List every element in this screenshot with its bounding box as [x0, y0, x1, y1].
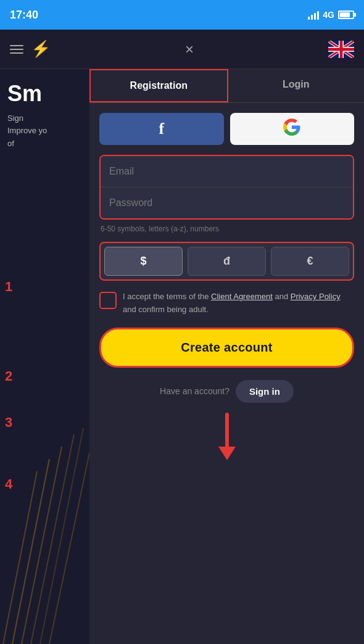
arrow-shaft [225, 413, 229, 447]
currency-section: $ đ € [99, 242, 354, 281]
terms-text: I accept the terms of the Client Agreeme… [123, 291, 354, 316]
right-panel: Registration Login f [89, 69, 364, 644]
signin-section: Have an account? Sign in [99, 380, 354, 403]
svg-line-1 [12, 459, 49, 644]
bolt-icon: ⚡ [31, 39, 51, 59]
main-content: Sm Sign Improve yo of 1 2 3 4 Registrat [0, 69, 364, 644]
password-hint: 6-50 symbols, letters (a-z), numbers [99, 225, 354, 233]
create-account-button[interactable]: Create account [99, 328, 354, 368]
terms-checkbox[interactable] [99, 292, 117, 309]
left-panel-subtitle: Sign Improve yo of [7, 112, 82, 151]
client-agreement-link[interactable]: Client Agreement [211, 292, 273, 301]
close-icon[interactable]: × [185, 42, 194, 57]
facebook-icon: f [159, 120, 164, 138]
arrow-head-icon [218, 447, 236, 460]
step-2-label: 2 [5, 368, 12, 384]
facebook-button[interactable]: f [99, 113, 224, 145]
decorative-lines [0, 397, 89, 644]
status-bar: 17:40 4G [0, 0, 364, 30]
left-panel: Sm Sign Improve yo of 1 2 3 4 [0, 69, 89, 644]
google-button[interactable] [230, 113, 355, 145]
currency-usd-button[interactable]: $ [104, 247, 183, 276]
app-header: ⚡ × [0, 30, 364, 69]
have-account-text: Have an account? [160, 386, 230, 396]
currency-buttons-group: $ đ € [99, 242, 354, 281]
password-field[interactable] [101, 188, 353, 218]
signal-bars-icon [308, 10, 319, 20]
email-field[interactable] [101, 156, 353, 188]
social-buttons: f [99, 113, 354, 145]
svg-line-5 [3, 471, 37, 644]
credentials-input-group [99, 155, 354, 220]
privacy-policy-link[interactable]: Privacy Policy [291, 292, 341, 301]
tab-login[interactable]: Login [228, 69, 365, 102]
left-panel-title: Sm [7, 81, 82, 106]
tab-registration[interactable]: Registration [89, 69, 228, 102]
terms-section: I accept the terms of the Client Agreeme… [99, 291, 354, 316]
currency-vnd-button[interactable]: đ [188, 247, 266, 276]
battery-icon [338, 10, 354, 19]
uk-flag-icon[interactable] [328, 41, 354, 58]
status-icons: 4G [308, 10, 354, 20]
arrow-annotation [99, 413, 354, 473]
status-time: 17:40 [10, 9, 38, 22]
header-left: ⚡ [10, 39, 51, 59]
svg-line-6 [49, 453, 89, 644]
hamburger-menu-icon[interactable] [10, 45, 23, 54]
currency-eur-button[interactable]: € [271, 247, 349, 276]
step-1-label: 1 [5, 279, 12, 295]
tabs-container: Registration Login [89, 69, 364, 103]
svg-line-3 [31, 434, 74, 644]
svg-line-4 [40, 428, 83, 644]
network-label: 4G [323, 10, 334, 20]
form-content: f 6-50 symbo [89, 103, 364, 482]
sign-in-button[interactable]: Sign in [236, 380, 294, 403]
google-icon [283, 118, 300, 139]
